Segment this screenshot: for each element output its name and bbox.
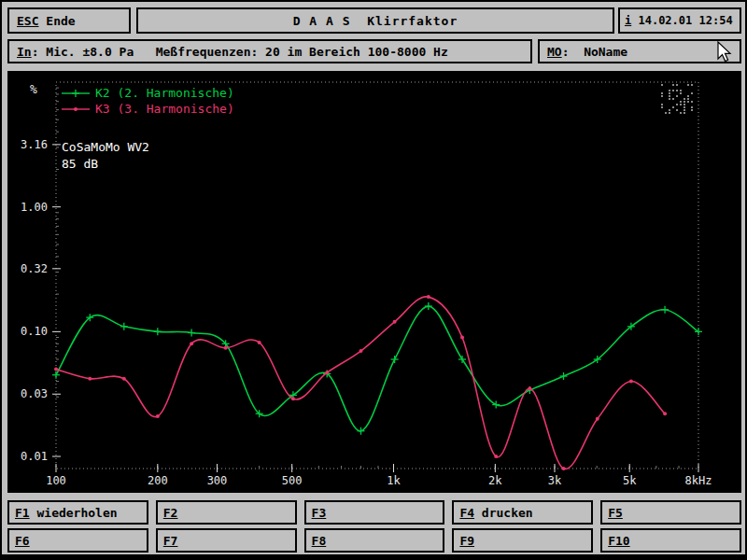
- page-title: D A A S Klirrfaktor: [293, 14, 458, 28]
- x-tick-label: 1k: [387, 474, 401, 487]
- fkey-f4-button[interactable]: F4 drucken: [452, 500, 593, 525]
- fkey-f10-button[interactable]: F10: [600, 528, 741, 553]
- mode-dropdown[interactable]: MO: NoName: [538, 39, 741, 63]
- fkey-key-label: F9: [459, 534, 474, 548]
- fkey-key-label: F6: [15, 534, 30, 548]
- x-tick-label: 8kHz: [685, 474, 712, 487]
- input-key-label: In: [17, 45, 32, 59]
- fkey-key-label: F3: [312, 506, 327, 520]
- distortion-chart-panel: 1002003005001k2k3k5k8kHz3.161.000.320.10…: [7, 71, 741, 493]
- legend-label: K3 (3. Harmonische): [95, 102, 234, 116]
- plot-border: [56, 82, 698, 469]
- fkey-f9-button[interactable]: F9: [452, 528, 593, 553]
- fkey-key-label: F4: [459, 506, 474, 520]
- info-key-label: i: [625, 14, 631, 27]
- window-title-bar: D A A S Klirrfaktor: [136, 7, 614, 34]
- input-settings-field[interactable]: In: Mic. ±8.0 Pa Meßfrequenzen: 20 im Be…: [7, 39, 532, 63]
- esc-key-label: ESC: [17, 14, 38, 28]
- legend-entry-k3: K3 (3. Harmonische): [62, 102, 234, 116]
- y-tick-label: 3.16: [21, 138, 48, 151]
- y-tick-label: 0.01: [21, 450, 48, 463]
- fkey-key-label: F10: [608, 534, 629, 548]
- fkey-key-label: F1: [15, 506, 30, 520]
- dither-pattern-icon: [661, 84, 693, 114]
- function-key-row-1: F1 wiederholenF2F3F4 druckenF5: [7, 500, 741, 525]
- fkey-label: drucken: [474, 506, 533, 520]
- fkey-f2-button[interactable]: F2: [156, 500, 297, 525]
- input-settings-text: : Mic. ±8.0 Pa Meßfrequenzen: 20 im Bere…: [32, 45, 448, 59]
- fkey-key-label: F8: [312, 534, 327, 548]
- x-tick-label: 3k: [548, 474, 562, 487]
- series-line: [56, 297, 665, 469]
- y-axis-unit-label: %: [30, 82, 37, 96]
- fkey-label: wiederholen: [30, 506, 118, 520]
- fkey-f8-button[interactable]: F8: [304, 528, 445, 553]
- distortion-chart: 1002003005001k2k3k5k8kHz3.161.000.320.10…: [7, 71, 741, 493]
- y-tick-label: 0.03: [21, 387, 48, 400]
- fkey-key-label: F5: [608, 506, 623, 520]
- series-k3: [54, 295, 667, 470]
- fkey-f3-button[interactable]: F3: [304, 500, 445, 525]
- x-tick-label: 500: [282, 474, 303, 487]
- chart-annotation: 85 dB: [62, 157, 98, 171]
- x-tick-label: 2k: [488, 474, 502, 487]
- legend-entry-k2: K2 (2. Harmonische): [62, 86, 234, 100]
- x-tick-label: 100: [46, 474, 66, 487]
- mouse-cursor-icon: [715, 41, 734, 63]
- esc-button-label: Ende: [38, 14, 75, 28]
- datetime-label: 14.02.01 12:54: [631, 14, 732, 27]
- mode-key-label: MO: [547, 45, 562, 59]
- fkey-key-label: F2: [163, 506, 178, 520]
- x-tick-label: 300: [207, 474, 228, 487]
- y-tick-label: 0.10: [21, 325, 48, 338]
- fkey-f5-button[interactable]: F5: [600, 500, 741, 525]
- x-tick-label: 200: [148, 474, 168, 487]
- y-tick-label: 1.00: [21, 201, 48, 214]
- fkey-f1-button[interactable]: F1 wiederholen: [7, 500, 148, 525]
- fkey-key-label: F7: [163, 534, 178, 548]
- x-tick-label: 5k: [623, 474, 637, 487]
- chart-annotation: CoSaMoMo WV2: [62, 140, 149, 154]
- y-tick-label: 0.32: [21, 262, 48, 275]
- esc-button[interactable]: ESC Ende: [7, 7, 131, 34]
- mode-value: : NoName: [562, 45, 627, 59]
- legend-label: K2 (2. Harmonische): [95, 86, 234, 100]
- app-screen: ESC Ende D A A S Klirrfaktor i 14.02.01 …: [2, 2, 745, 554]
- info-datetime-button[interactable]: i 14.02.01 12:54: [618, 7, 741, 34]
- fkey-f6-button[interactable]: F6: [7, 528, 148, 553]
- fkey-f7-button[interactable]: F7: [156, 528, 297, 553]
- function-key-row-2: F6F7F8F9F10: [7, 528, 741, 553]
